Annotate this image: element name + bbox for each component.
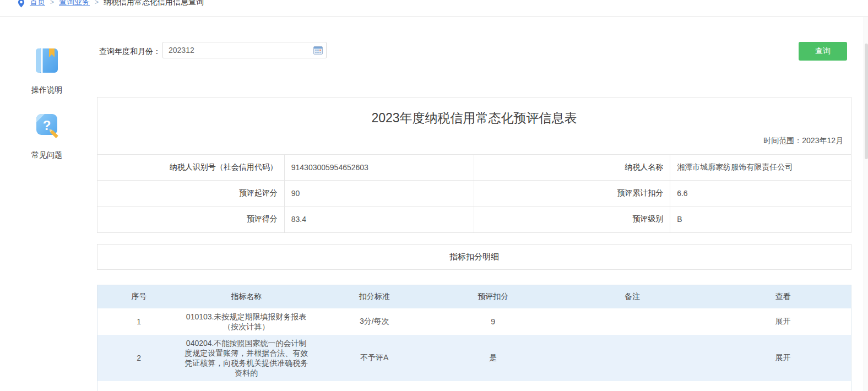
breadcrumb-separator: > [50,0,54,6]
remark-cell [550,308,715,335]
query-button[interactable]: 查询 [799,42,847,61]
final-score-value: 83.4 [284,207,474,232]
sidebar-item-label: 操作说明 [22,85,72,95]
taxpayer-id-label: 纳税人识别号（社会信用代码） [97,155,284,181]
svg-text:?: ? [43,118,51,133]
standard-cell: 不予评A [312,335,437,381]
book-icon [34,47,59,74]
expand-link[interactable]: 展开 [775,353,791,362]
sidebar-item-label: 常见问题 [22,150,72,160]
seq-cell: 1 [97,308,180,335]
total-deduction-label: 预评累计扣分 [474,181,670,207]
table-row: 1 010103.未按规定期限填报财务报表 （按次计算） 3分/每次 9 展开 [97,308,851,335]
taxpayer-name-label: 纳税人名称 [474,155,670,181]
taxpayer-info-table: 纳税人识别号（社会信用代码） 914303005954652603 纳税人名称 … [97,154,851,232]
scrollbar-thumb[interactable] [865,44,868,159]
sidebar-item-operation-guide[interactable]: 操作说明 [22,47,72,95]
breadcrumb-home-link[interactable]: 首页 [30,0,45,7]
scrollbar[interactable] [864,17,868,391]
final-score-label: 预评得分 [97,207,284,232]
indicator-cell: 040204.不能按照国家统一的会计制度规定设置账簿，并根据合法、有效凭证核算，… [180,335,312,381]
col-header-remark: 备注 [550,285,715,308]
credit-level-label: 预评级别 [474,207,670,232]
location-pin-icon [18,0,25,8]
breadcrumb-query-business-link[interactable]: 查询业务 [59,0,90,7]
seq-cell: 2 [97,335,180,381]
col-header-seq: 序号 [97,285,180,308]
col-header-indicator: 指标名称 [180,285,312,308]
breadcrumb-separator: > [95,0,99,6]
breadcrumb: 首页 > 查询业务 > 纳税信用常态化信用信息查询 [18,0,204,8]
sidebar-item-faq[interactable]: ? 常见问题 [22,112,72,160]
taxpayer-name-value: 湘潭市城廓家纺服饰有限责任公司 [670,155,851,181]
query-period-input[interactable] [162,42,327,58]
start-score-value: 90 [284,181,474,207]
report-panel: 2023年度纳税信用常态化预评信息表 时间范围：2023年12月 纳税人识别号（… [97,97,851,233]
remark-cell [550,335,715,381]
query-period-field [162,42,327,58]
page: 首页 > 查询业务 > 纳税信用常态化信用信息查询 [0,0,868,391]
table-row: 纳税人识别号（社会信用代码） 914303005954652603 纳税人名称 … [97,155,851,181]
question-icon: ? [34,112,59,139]
report-header: 2023年度纳税信用常态化预评信息表 时间范围：2023年12月 [97,97,851,154]
standard-cell: 3分/每次 [312,308,437,335]
sidebar: 操作说明 ? 常见 [22,47,72,160]
query-period-label: 查询年度和月份： [99,47,161,57]
deduction-cell: 是 [437,335,550,381]
table-header-row: 序号 指标名称 扣分标准 预评扣分 备注 查看 [97,285,851,308]
deduction-detail-table: 序号 指标名称 扣分标准 预评扣分 备注 查看 1 010103.未按规定期限填… [97,285,851,381]
breadcrumb-bar: 首页 > 查询业务 > 纳税信用常态化信用信息查询 [0,0,868,17]
table-row: 预评得分 83.4 预评级别 B [97,207,851,232]
deduction-cell: 9 [437,308,550,335]
table-row: 2 040204.不能按照国家统一的会计制度规定设置账簿，并根据合法、有效凭证核… [97,335,851,381]
total-deduction-value: 6.6 [670,181,851,207]
col-header-deduction: 预评扣分 [437,285,550,308]
col-header-standard: 扣分标准 [312,285,437,308]
indicator-cell: 010103.未按规定期限填报财务报表 （按次计算） [180,308,312,335]
col-header-view: 查看 [715,285,851,308]
time-range: 时间范围：2023年12月 [763,136,843,146]
breadcrumb-current-page: 纳税信用常态化信用信息查询 [104,0,204,7]
deduction-detail-table-container: 序号 指标名称 扣分标准 预评扣分 备注 查看 1 010103.未按规定期限填… [97,285,851,391]
expand-link[interactable]: 展开 [775,317,791,325]
taxpayer-id-value: 914303005954652603 [284,155,474,181]
calendar-icon[interactable] [313,46,323,57]
deduction-detail-section-title: 指标扣分明细 [97,244,851,270]
start-score-label: 预评起评分 [97,181,284,207]
credit-level-value: B [670,207,851,232]
time-range-value: 2023年12月 [802,136,843,145]
report-title: 2023年度纳税信用常态化预评信息表 [97,110,851,127]
time-range-label: 时间范围： [763,136,802,145]
table-row: 预评起评分 90 预评累计扣分 6.6 [97,181,851,207]
